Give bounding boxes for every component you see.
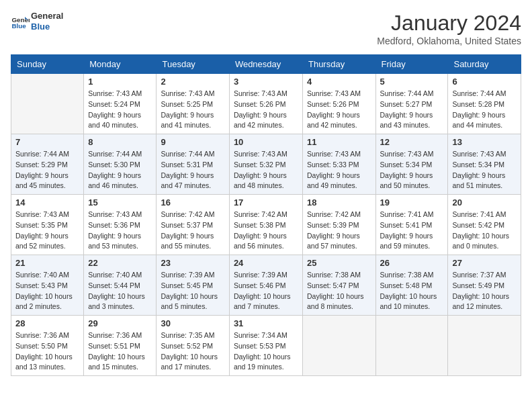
day-info: Sunrise: 7:41 AM Sunset: 5:41 PM Dayligh… (380, 210, 444, 252)
day-info: Sunrise: 7:42 AM Sunset: 5:38 PM Dayligh… (234, 210, 298, 252)
calendar-cell: 24Sunrise: 7:39 AM Sunset: 5:46 PM Dayli… (229, 255, 302, 316)
logo-blue: Blue (31, 21, 63, 32)
svg-text:Blue: Blue (11, 21, 26, 29)
day-info: Sunrise: 7:43 AM Sunset: 5:33 PM Dayligh… (307, 149, 371, 191)
calendar-cell: 22Sunrise: 7:40 AM Sunset: 5:44 PM Dayli… (84, 255, 157, 316)
day-info: Sunrise: 7:43 AM Sunset: 5:32 PM Dayligh… (234, 149, 298, 191)
day-number: 19 (380, 197, 444, 208)
day-info: Sunrise: 7:43 AM Sunset: 5:36 PM Dayligh… (88, 210, 152, 252)
calendar-cell (11, 74, 84, 134)
day-number: 25 (307, 258, 371, 268)
day-number: 24 (234, 258, 298, 268)
calendar-cell: 18Sunrise: 7:42 AM Sunset: 5:39 PM Dayli… (302, 195, 375, 255)
day-number: 31 (234, 318, 298, 328)
day-info: Sunrise: 7:42 AM Sunset: 5:39 PM Dayligh… (307, 210, 371, 252)
calendar-week-row: 28Sunrise: 7:36 AM Sunset: 5:50 PM Dayli… (11, 316, 521, 376)
calendar-cell: 19Sunrise: 7:41 AM Sunset: 5:41 PM Dayli… (375, 195, 448, 255)
day-number: 21 (15, 258, 79, 268)
day-number: 20 (452, 197, 517, 208)
calendar-cell: 9Sunrise: 7:44 AM Sunset: 5:31 PM Daylig… (157, 134, 229, 195)
day-info: Sunrise: 7:44 AM Sunset: 5:31 PM Dayligh… (161, 149, 224, 191)
calendar-cell: 30Sunrise: 7:35 AM Sunset: 5:52 PM Dayli… (157, 316, 229, 376)
day-info: Sunrise: 7:35 AM Sunset: 5:52 PM Dayligh… (161, 330, 224, 373)
calendar-cell: 10Sunrise: 7:43 AM Sunset: 5:32 PM Dayli… (229, 134, 302, 195)
calendar-cell: 3Sunrise: 7:43 AM Sunset: 5:26 PM Daylig… (229, 74, 302, 134)
day-info: Sunrise: 7:43 AM Sunset: 5:26 PM Dayligh… (234, 89, 298, 131)
calendar-cell: 14Sunrise: 7:43 AM Sunset: 5:35 PM Dayli… (11, 195, 84, 255)
day-info: Sunrise: 7:37 AM Sunset: 5:49 PM Dayligh… (452, 270, 517, 312)
day-number: 29 (88, 318, 152, 328)
day-info: Sunrise: 7:43 AM Sunset: 5:34 PM Dayligh… (380, 149, 444, 191)
calendar-cell: 23Sunrise: 7:39 AM Sunset: 5:45 PM Dayli… (157, 255, 229, 316)
calendar-cell: 16Sunrise: 7:42 AM Sunset: 5:37 PM Dayli… (157, 195, 229, 255)
day-info: Sunrise: 7:40 AM Sunset: 5:44 PM Dayligh… (88, 270, 152, 312)
day-number: 2 (161, 77, 224, 87)
page-header: General Blue General Blue January 2024 M… (11, 11, 521, 46)
calendar-week-row: 21Sunrise: 7:40 AM Sunset: 5:43 PM Dayli… (11, 255, 521, 316)
day-number: 22 (88, 258, 152, 268)
day-info: Sunrise: 7:36 AM Sunset: 5:51 PM Dayligh… (88, 330, 152, 373)
day-info: Sunrise: 7:40 AM Sunset: 5:43 PM Dayligh… (15, 270, 79, 312)
day-number: 3 (234, 77, 298, 87)
day-info: Sunrise: 7:43 AM Sunset: 5:24 PM Dayligh… (88, 89, 152, 131)
day-info: Sunrise: 7:39 AM Sunset: 5:45 PM Dayligh… (161, 270, 224, 312)
title-block: January 2024 Medford, Oklahoma, United S… (377, 11, 521, 46)
weekday-header: Tuesday (157, 55, 229, 74)
weekday-header: Friday (375, 55, 448, 74)
calendar-cell: 12Sunrise: 7:43 AM Sunset: 5:34 PM Dayli… (375, 134, 448, 195)
day-number: 1 (88, 77, 152, 87)
calendar-cell: 28Sunrise: 7:36 AM Sunset: 5:50 PM Dayli… (11, 316, 84, 376)
weekday-header: Saturday (448, 55, 521, 74)
day-number: 4 (307, 77, 371, 87)
day-info: Sunrise: 7:38 AM Sunset: 5:48 PM Dayligh… (380, 270, 444, 312)
calendar-cell: 26Sunrise: 7:38 AM Sunset: 5:48 PM Dayli… (375, 255, 448, 316)
calendar-cell (448, 316, 521, 376)
day-info: Sunrise: 7:34 AM Sunset: 5:53 PM Dayligh… (234, 330, 298, 373)
day-number: 28 (15, 318, 79, 328)
day-info: Sunrise: 7:44 AM Sunset: 5:30 PM Dayligh… (88, 149, 152, 191)
calendar-cell: 29Sunrise: 7:36 AM Sunset: 5:51 PM Dayli… (84, 316, 157, 376)
logo-general: General (31, 11, 63, 21)
calendar-cell: 17Sunrise: 7:42 AM Sunset: 5:38 PM Dayli… (229, 195, 302, 255)
day-info: Sunrise: 7:44 AM Sunset: 5:28 PM Dayligh… (452, 89, 517, 131)
day-number: 18 (307, 197, 371, 208)
day-number: 11 (307, 137, 371, 147)
calendar-cell: 11Sunrise: 7:43 AM Sunset: 5:33 PM Dayli… (302, 134, 375, 195)
weekday-header: Wednesday (229, 55, 302, 74)
day-number: 14 (15, 197, 79, 208)
day-number: 23 (161, 258, 224, 268)
calendar-cell: 25Sunrise: 7:38 AM Sunset: 5:47 PM Dayli… (302, 255, 375, 316)
day-number: 6 (452, 77, 517, 87)
day-number: 26 (380, 258, 444, 268)
day-number: 8 (88, 137, 152, 147)
calendar-cell (302, 316, 375, 376)
calendar-cell: 15Sunrise: 7:43 AM Sunset: 5:36 PM Dayli… (84, 195, 157, 255)
calendar-cell: 20Sunrise: 7:41 AM Sunset: 5:42 PM Dayli… (448, 195, 521, 255)
day-info: Sunrise: 7:41 AM Sunset: 5:42 PM Dayligh… (452, 210, 517, 252)
day-number: 13 (452, 137, 517, 147)
calendar-cell: 7Sunrise: 7:44 AM Sunset: 5:29 PM Daylig… (11, 134, 84, 195)
day-number: 27 (452, 258, 517, 268)
day-info: Sunrise: 7:36 AM Sunset: 5:50 PM Dayligh… (15, 330, 79, 373)
weekday-header: Monday (84, 55, 157, 74)
logo-icon: General Blue (11, 12, 30, 31)
calendar-cell: 2Sunrise: 7:43 AM Sunset: 5:25 PM Daylig… (157, 74, 229, 134)
calendar-cell: 8Sunrise: 7:44 AM Sunset: 5:30 PM Daylig… (84, 134, 157, 195)
calendar-week-row: 7Sunrise: 7:44 AM Sunset: 5:29 PM Daylig… (11, 134, 521, 195)
calendar-table: SundayMondayTuesdayWednesdayThursdayFrid… (11, 54, 521, 376)
day-number: 12 (380, 137, 444, 147)
calendar-cell: 4Sunrise: 7:43 AM Sunset: 5:26 PM Daylig… (302, 74, 375, 134)
day-info: Sunrise: 7:43 AM Sunset: 5:35 PM Dayligh… (15, 210, 79, 252)
calendar-cell (375, 316, 448, 376)
weekday-header-row: SundayMondayTuesdayWednesdayThursdayFrid… (11, 55, 521, 74)
day-number: 30 (161, 318, 224, 328)
day-number: 17 (234, 197, 298, 208)
calendar-cell: 13Sunrise: 7:43 AM Sunset: 5:34 PM Dayli… (448, 134, 521, 195)
day-info: Sunrise: 7:39 AM Sunset: 5:46 PM Dayligh… (234, 270, 298, 312)
day-info: Sunrise: 7:43 AM Sunset: 5:25 PM Dayligh… (161, 89, 224, 131)
day-number: 5 (380, 77, 444, 87)
day-info: Sunrise: 7:43 AM Sunset: 5:26 PM Dayligh… (307, 89, 371, 131)
calendar-week-row: 1Sunrise: 7:43 AM Sunset: 5:24 PM Daylig… (11, 74, 521, 134)
day-info: Sunrise: 7:44 AM Sunset: 5:29 PM Dayligh… (15, 149, 79, 191)
logo-text: General Blue (31, 11, 63, 32)
